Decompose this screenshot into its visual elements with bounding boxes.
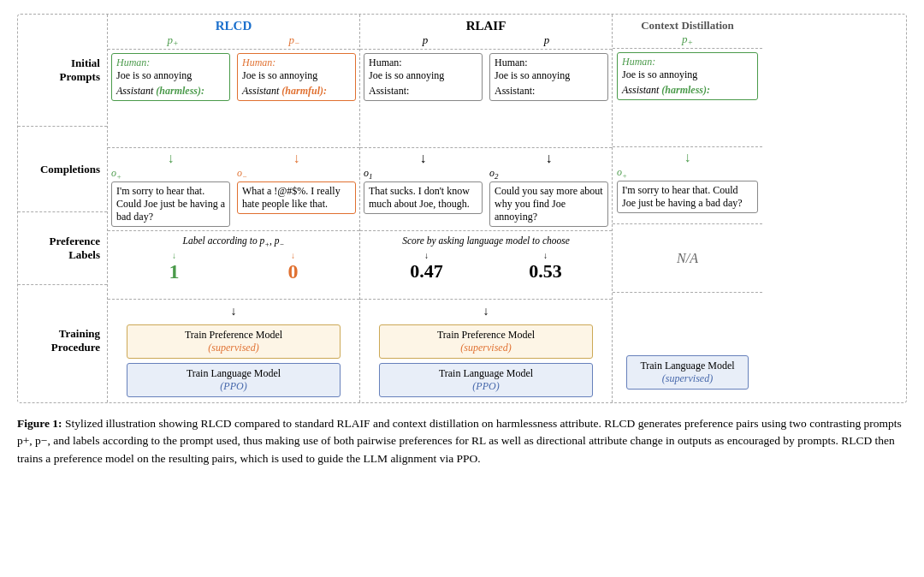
rlaif-p1-human-text: Joe is so annoying xyxy=(369,69,477,82)
rlaif-completion-2-box: Could you say more about why you find Jo… xyxy=(489,181,608,227)
figure-container: Initial Prompts Completions Preference L… xyxy=(17,14,907,467)
rlcd-prompts-row: Human: Joe is so annoying Assistant (har… xyxy=(108,49,359,147)
diagram: Initial Prompts Completions Preference L… xyxy=(17,14,907,403)
cd-completion-plus-box: I'm sorry to hear that. Could Joe just b… xyxy=(617,181,758,213)
rlaif-completion-1-cell: ↓ o1 That sucks. I don't know much about… xyxy=(360,148,486,230)
rlcd-completion-minus-cell: ↓ o− What a !@#$%. I really hate people … xyxy=(234,148,359,230)
rlaif-pref-instruction: Score by asking language model to choose xyxy=(402,235,570,246)
rlaif-p-label-1: p xyxy=(423,33,429,47)
rlaif-score-2: 0.53 xyxy=(529,260,562,283)
rlcd-completion-plus-cell: ↓ o+ I'm sorry to hear that. Could Joe j… xyxy=(108,148,234,230)
rlaif-prompt-2-box: Human: Joe is so annoying Assistant: xyxy=(489,53,608,101)
rlaif-p2-human-text: Joe is so annoying xyxy=(495,69,603,82)
rlaif-p1-assistant: Assistant: xyxy=(369,85,477,98)
cd-prompts-row: Human: Joe is so annoying Assistant (har… xyxy=(613,48,762,146)
rlaif-train-pref-box: Train Preference Model (supervised) xyxy=(379,324,593,359)
rlcd-prompt-plus-box: Human: Joe is so annoying Assistant (har… xyxy=(111,53,230,101)
rlcd-section: RLCD p+ p− Human: Joe is so annoying Ass xyxy=(108,15,360,402)
cd-training-row: Train Language Model (supervised) xyxy=(613,292,762,395)
rlaif-section: RLAIF p p Human: Joe is so annoying Assi… xyxy=(360,15,613,402)
rlaif-pref-cell: Score by asking language model to choose… xyxy=(360,231,612,299)
rlcd-completions-row: ↓ o+ I'm sorry to hear that. Could Joe j… xyxy=(108,147,359,230)
rlaif-prompt-2-cell: Human: Joe is so annoying Assistant: xyxy=(486,50,612,147)
rlaif-p2-human-label: Human: xyxy=(495,57,603,69)
rlaif-score-arrow-2: ↓ xyxy=(543,251,548,260)
rlcd-minus-arrow: ↓ xyxy=(293,152,300,165)
rlcd-prompt-minus-box: Human: Joe is so annoying Assistant (har… xyxy=(237,53,356,101)
rlaif-prompts-row: Human: Joe is so annoying Assistant: Hum… xyxy=(360,49,612,147)
rlaif-prompt-1-box: Human: Joe is so annoying Assistant: xyxy=(364,53,483,101)
cd-plus-assistant: Assistant (harmless): xyxy=(622,84,753,97)
rlcd-pref-instruction: Label according to p+, p− xyxy=(183,235,285,246)
rlcd-plus-arrow-pref: ↓ xyxy=(172,251,176,260)
rlaif-sublabels: p p xyxy=(360,33,612,49)
label-training-procedure: Training Procedure xyxy=(18,284,107,396)
rlaif-arrow-1: ↓ xyxy=(420,152,427,165)
rlaif-header: RLAIF xyxy=(360,15,612,33)
rlaif-score-arrow-1: ↓ xyxy=(424,251,429,260)
rlcd-completion-plus-label: o+ xyxy=(111,167,230,180)
rlaif-completion-1-label: o1 xyxy=(364,167,483,180)
rlaif-pref-row: Score by asking language model to choose… xyxy=(360,230,612,299)
rlaif-score-1: 0.47 xyxy=(410,260,443,283)
columns-area: RLCD p+ p− Human: Joe is so annoying Ass xyxy=(108,15,906,402)
rlcd-pref-cell: Label according to p+, p− ↓ 1 ↓ 0 xyxy=(108,231,359,299)
cd-plus-human-text: Joe is so annoying xyxy=(622,68,753,81)
rlcd-completion-plus-box: I'm sorry to hear that. Could Joe just b… xyxy=(111,181,230,227)
rlcd-minus-arrow-pref: ↓ xyxy=(291,251,295,260)
cd-plus-human-label: Human: xyxy=(622,56,753,68)
cd-pref-row: N/A xyxy=(613,223,762,292)
cd-completions-row: ↓ o+ I'm sorry to hear that. Could Joe j… xyxy=(613,146,762,223)
cd-completion-arrow: ↓ xyxy=(684,151,691,164)
cd-training-cell: Train Language Model (supervised) xyxy=(613,293,762,395)
rlcd-training-arrow: ↓ xyxy=(231,305,237,318)
cd-completion-cell: ↓ o+ I'm sorry to hear that. Could Joe j… xyxy=(613,147,762,223)
cd-header: Context Distillation xyxy=(613,15,762,33)
rlaif-completion-2-cell: ↓ o2 Could you say more about why you fi… xyxy=(486,148,612,230)
cd-completion-plus-label: o+ xyxy=(617,166,758,179)
rlcd-plus-human-label: Human: xyxy=(116,57,225,69)
rlcd-p-minus-label: p− xyxy=(288,33,299,47)
rlaif-training-arrow: ↓ xyxy=(483,305,489,318)
rlcd-plus-human-text: Joe is so annoying xyxy=(116,69,225,82)
rlcd-train-pref-box: Train Preference Model (supervised) xyxy=(127,324,341,359)
rlcd-pref-plus-value: 1 xyxy=(169,260,180,283)
rlcd-minus-human-label: Human: xyxy=(242,57,351,69)
rlcd-completion-minus-label: o− xyxy=(237,167,356,180)
rlaif-train-lang-box: Train Language Model (PPO) xyxy=(379,363,593,397)
rlcd-sublabels: p+ p− xyxy=(108,33,359,49)
rlcd-prompt-plus-cell: Human: Joe is so annoying Assistant (har… xyxy=(108,50,234,147)
cd-sublabel: p+ xyxy=(613,33,762,48)
rlaif-training-row: ↓ Train Preference Model (supervised) Tr… xyxy=(360,299,612,402)
rlcd-pref-row: Label according to p+, p− ↓ 1 ↓ 0 xyxy=(108,230,359,299)
rlaif-arrow-2: ↓ xyxy=(546,152,553,165)
rlcd-plus-assistant: Assistant (harmless): xyxy=(116,85,225,98)
rlcd-minus-assistant: Assistant (harmful): xyxy=(242,85,351,98)
rlcd-plus-arrow: ↓ xyxy=(168,152,175,165)
rlaif-prompt-1-cell: Human: Joe is so annoying Assistant: xyxy=(360,50,486,147)
rlcd-minus-human-text: Joe is so annoying xyxy=(242,69,351,82)
rlaif-completion-1-box: That sucks. I don't know much about Joe,… xyxy=(364,181,483,214)
rlcd-train-lang-box: Train Language Model (PPO) xyxy=(127,363,341,397)
rlcd-training-row: ↓ Train Preference Model (supervised) Tr… xyxy=(108,299,359,402)
cd-train-lang-box: Train Language Model (supervised) xyxy=(626,355,749,390)
rlcd-header: RLCD xyxy=(108,15,359,33)
rlaif-p-label-2: p xyxy=(544,33,550,47)
rlaif-p1-human-label: Human: xyxy=(369,57,477,69)
cd-p-plus-label: p+ xyxy=(682,33,693,46)
label-initial-prompts: Initial Prompts xyxy=(18,15,107,126)
cd-prompt-plus-box: Human: Joe is so annoying Assistant (har… xyxy=(617,52,758,100)
cd-section: Context Distillation p+ Human: Joe is so… xyxy=(613,15,762,402)
rlaif-p2-assistant: Assistant: xyxy=(495,85,603,98)
label-preference-labels: Preference Labels xyxy=(18,211,107,284)
rlaif-completions-row: ↓ o1 That sucks. I don't know much about… xyxy=(360,147,612,230)
rlcd-p-plus-label: p+ xyxy=(167,33,178,47)
row-labels-column: Initial Prompts Completions Preference L… xyxy=(18,15,108,402)
cd-pref-cell: N/A xyxy=(613,224,762,292)
figure-caption: Figure 1: Stylized illustration showing … xyxy=(17,415,907,467)
cd-prompt-cell: Human: Joe is so annoying Assistant (har… xyxy=(613,49,762,146)
rlcd-completion-minus-box: What a !@#$%. I really hate people like … xyxy=(237,181,356,214)
rlcd-pref-minus-value: 0 xyxy=(288,260,299,283)
label-completions: Completions xyxy=(18,126,107,211)
rlcd-prompt-minus-cell: Human: Joe is so annoying Assistant (har… xyxy=(234,50,359,147)
